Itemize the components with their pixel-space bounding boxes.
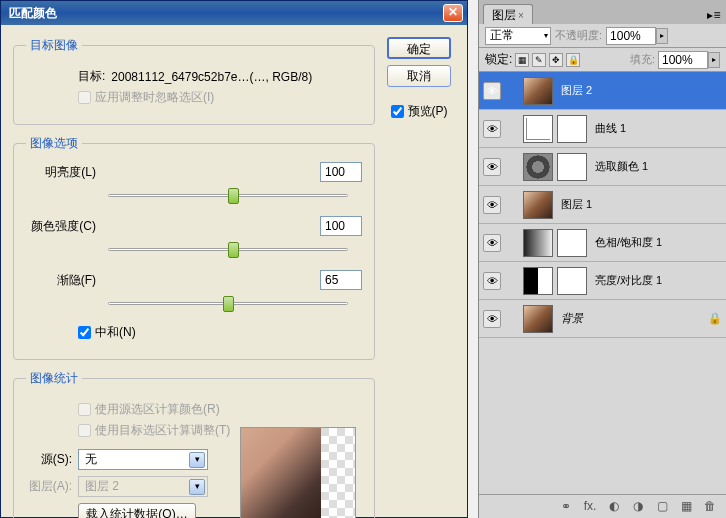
layer-row[interactable]: 👁曲线 1 xyxy=(479,110,726,148)
lock-row: 锁定: ▦ ✎ ✥ 🔒 填充: 100% ▸ xyxy=(479,48,726,72)
layers-list: 👁图层 2👁曲线 1👁选取颜色 1👁图层 1👁色相/饱和度 1👁亮度/对比度 1… xyxy=(479,72,726,464)
use-source-sel-label: 使用源选区计算颜色(R) xyxy=(95,401,220,418)
dialog-title: 匹配颜色 xyxy=(5,5,443,22)
lock-transparency-icon[interactable]: ▦ xyxy=(515,53,529,67)
use-target-sel-label: 使用目标选区计算调整(T) xyxy=(95,422,230,439)
mask-thumbnail[interactable] xyxy=(557,115,587,143)
layer-thumbnail[interactable] xyxy=(523,115,553,143)
layer-thumbnail[interactable] xyxy=(523,77,553,105)
opacity-slider-toggle[interactable]: ▸ xyxy=(656,28,668,44)
load-stats-button[interactable]: 载入统计数据(O)… xyxy=(78,503,196,518)
layer-name[interactable]: 背景 xyxy=(557,311,704,326)
fade-label: 渐隐(F) xyxy=(26,272,96,289)
image-options-group: 图像选项 明亮度(L) 颜色强度(C) xyxy=(13,135,375,360)
layer-thumbnail[interactable] xyxy=(523,191,553,219)
preview-thumbnail xyxy=(240,427,356,518)
luminance-slider[interactable] xyxy=(108,186,348,206)
visibility-icon[interactable]: 👁 xyxy=(483,196,501,214)
layer-row[interactable]: 👁色相/饱和度 1 xyxy=(479,224,726,262)
use-target-sel-checkbox xyxy=(78,424,91,437)
target-legend: 目标图像 xyxy=(26,37,82,54)
fill-label: 填充: xyxy=(630,52,655,67)
layer-name[interactable]: 图层 1 xyxy=(557,197,722,212)
preview-label: 预览(P) xyxy=(408,103,448,120)
fill-input[interactable]: 100% xyxy=(658,51,708,69)
source-label: 源(S): xyxy=(26,451,72,468)
chevron-down-icon: ▾ xyxy=(189,452,205,468)
visibility-icon[interactable]: 👁 xyxy=(483,120,501,138)
intensity-label: 颜色强度(C) xyxy=(26,218,96,235)
ignore-selection-label: 应用调整时忽略选区(I) xyxy=(95,89,214,106)
source-value: 无 xyxy=(85,451,189,468)
fill-slider-toggle[interactable]: ▸ xyxy=(708,52,720,68)
cancel-button[interactable]: 取消 xyxy=(387,65,451,87)
panel-menu-icon[interactable]: ▸≡ xyxy=(706,8,722,24)
luminance-label: 明亮度(L) xyxy=(26,164,96,181)
layer-row[interactable]: 👁亮度/对比度 1 xyxy=(479,262,726,300)
layer-row[interactable]: 👁图层 1 xyxy=(479,186,726,224)
layer-name[interactable]: 图层 2 xyxy=(557,83,722,98)
layer-thumbnail[interactable] xyxy=(523,305,553,333)
link-layers-icon[interactable]: ⚭ xyxy=(558,499,574,515)
image-stats-group: 图像统计 使用源选区计算颜色(R) 使用目标选区计算调整(T) 源(S): 无 … xyxy=(13,370,375,518)
layer-thumbnail[interactable] xyxy=(523,229,553,257)
preview-checkbox[interactable] xyxy=(391,105,404,118)
visibility-icon[interactable]: 👁 xyxy=(483,82,501,100)
neutralize-checkbox[interactable] xyxy=(78,326,91,339)
visibility-icon[interactable]: 👁 xyxy=(483,272,501,290)
close-icon[interactable]: ✕ xyxy=(443,4,463,22)
lock-all-icon[interactable]: 🔒 xyxy=(566,53,580,67)
layer-row[interactable]: 👁背景🔒 xyxy=(479,300,726,338)
fade-slider[interactable] xyxy=(108,294,348,314)
use-source-sel-checkbox xyxy=(78,403,91,416)
target-label: 目标: xyxy=(78,68,105,85)
layer-thumbnail[interactable] xyxy=(523,153,553,181)
mask-icon[interactable]: ◐ xyxy=(606,499,622,515)
layer-options-row: 正常▾ 不透明度: 100% ▸ xyxy=(479,24,726,48)
intensity-slider[interactable] xyxy=(108,240,348,260)
visibility-icon[interactable]: 👁 xyxy=(483,234,501,252)
layer-row[interactable]: 👁选取颜色 1 xyxy=(479,148,726,186)
layer-row[interactable]: 👁图层 2 xyxy=(479,72,726,110)
stats-legend: 图像统计 xyxy=(26,370,82,387)
new-layer-icon[interactable]: ▦ xyxy=(678,499,694,515)
lock-position-icon[interactable]: ✥ xyxy=(549,53,563,67)
layer-name[interactable]: 亮度/对比度 1 xyxy=(591,273,722,288)
visibility-icon[interactable]: 👁 xyxy=(483,310,501,328)
close-tab-icon[interactable]: × xyxy=(518,10,524,21)
mask-thumbnail[interactable] xyxy=(557,153,587,181)
match-color-dialog: 匹配颜色 ✕ 目标图像 目标: 20081112_6479c52b7e…(…, … xyxy=(0,0,468,518)
layer-combo: 图层 2 ▾ xyxy=(78,476,208,497)
layer-name[interactable]: 选取颜色 1 xyxy=(591,159,722,174)
mask-thumbnail[interactable] xyxy=(557,267,587,295)
lock-pixels-icon[interactable]: ✎ xyxy=(532,53,546,67)
blend-mode-combo[interactable]: 正常▾ xyxy=(485,27,551,45)
source-combo[interactable]: 无 ▾ xyxy=(78,449,208,470)
trash-icon[interactable]: 🗑 xyxy=(702,499,718,515)
adjustment-icon[interactable]: ◑ xyxy=(630,499,646,515)
target-group: 目标图像 目标: 20081112_6479c52b7e…(…, RGB/8) … xyxy=(13,37,375,125)
ignore-selection-checkbox xyxy=(78,91,91,104)
layer-name[interactable]: 曲线 1 xyxy=(591,121,722,136)
layer-name[interactable]: 色相/饱和度 1 xyxy=(591,235,722,250)
fx-icon[interactable]: fx. xyxy=(582,499,598,515)
lock-label: 锁定: xyxy=(485,51,512,68)
fade-input[interactable] xyxy=(320,270,362,290)
folder-icon[interactable]: ▢ xyxy=(654,499,670,515)
visibility-icon[interactable]: 👁 xyxy=(483,158,501,176)
tab-layers[interactable]: 图层× xyxy=(483,4,533,24)
intensity-input[interactable] xyxy=(320,216,362,236)
chevron-down-icon: ▾ xyxy=(189,479,205,495)
options-legend: 图像选项 xyxy=(26,135,82,152)
opacity-label: 不透明度: xyxy=(555,28,602,43)
luminance-input[interactable] xyxy=(320,162,362,182)
neutralize-label: 中和(N) xyxy=(95,324,136,341)
layer-thumbnail[interactable] xyxy=(523,267,553,295)
layer-label: 图层(A): xyxy=(26,478,72,495)
layers-panel: 图层× ▸≡ 正常▾ 不透明度: 100% ▸ 锁定: ▦ ✎ ✥ 🔒 填充: … xyxy=(478,0,726,518)
opacity-input[interactable]: 100% xyxy=(606,27,656,45)
layer-value: 图层 2 xyxy=(85,478,189,495)
titlebar[interactable]: 匹配颜色 ✕ xyxy=(1,1,467,25)
mask-thumbnail[interactable] xyxy=(557,229,587,257)
ok-button[interactable]: 确定 xyxy=(387,37,451,59)
